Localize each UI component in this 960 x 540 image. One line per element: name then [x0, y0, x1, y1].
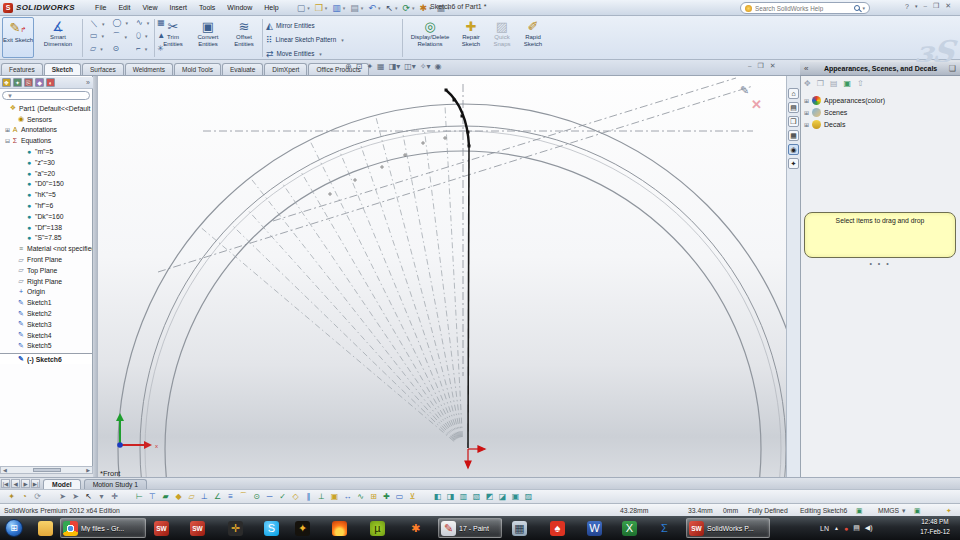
view-tool-icon[interactable]: ◉ [435, 62, 442, 71]
featuremanager-tab-icon[interactable]: ❖ [2, 78, 11, 87]
trim-entities-button[interactable]: ✂ Trim Entities [158, 17, 188, 58]
dropdown-arrow-icon[interactable]: ▾ [412, 5, 415, 11]
ribbon-tab[interactable]: Surfaces [82, 63, 124, 75]
dimxpertmanager-tab-icon[interactable]: ◆ [35, 78, 44, 87]
quick-tool-icon[interactable]: ▥ [332, 2, 341, 14]
configurationmanager-tab-icon[interactable]: ⎘ [24, 78, 33, 87]
feature-tree-item[interactable]: ● "m"=5 [0, 146, 92, 157]
taskbar-app-button[interactable]: ✦ [293, 518, 315, 538]
taskbar-app-button[interactable]: SW [152, 518, 174, 538]
tree-toggle-icon[interactable]: ⊞ [804, 109, 812, 116]
minimize-button[interactable]: ⎯ [923, 2, 927, 10]
relation-tool-icon[interactable]: ⊢ [134, 491, 145, 503]
relation-tool-icon[interactable]: ▣ [510, 491, 521, 503]
relation-tool-icon[interactable]: ⊙ [251, 491, 262, 503]
feature-tree-item[interactable]: ● "z"=30 [0, 157, 92, 168]
relation-tool-icon[interactable]: ▥ [458, 491, 469, 503]
doc-window-control-icon[interactable]: ⎯ [748, 62, 752, 70]
task-pane-tab-icon[interactable]: ⌂ [788, 88, 799, 99]
relation-tool-icon[interactable]: ◇ [290, 491, 301, 503]
sketch-entity-button[interactable]: ◯▾ [109, 18, 132, 31]
tab-nav-arrow-icon[interactable]: ▶ [21, 479, 30, 488]
sketch-entity-button[interactable]: ⌐▾ [132, 44, 153, 57]
appearances-tool-icon[interactable]: ❒ [817, 79, 824, 88]
relation-tool-icon[interactable]: ⊤ [147, 491, 158, 503]
feature-tree-item[interactable]: + Origin [0, 287, 92, 298]
pin-panel-icon[interactable]: ❏ [949, 64, 956, 73]
relation-tool-icon[interactable]: ✚ [381, 491, 392, 503]
relation-tool-icon[interactable]: ─ [264, 491, 275, 503]
ribbon-tab[interactable]: Evaluate [222, 63, 263, 75]
feature-tree-item[interactable]: ≡ Material <not specified> [0, 243, 92, 254]
appearances-tool-icon[interactable]: ⇧ [857, 79, 864, 88]
feature-tree-item[interactable]: ● "Df"=138 [0, 222, 92, 233]
volume-icon[interactable]: ◀) [865, 524, 873, 532]
view-tool-icon[interactable]: ⊡ [356, 62, 363, 71]
relation-tool-icon[interactable]: ↔ [342, 491, 353, 503]
feature-tree-filter-input[interactable]: ▼ [2, 91, 90, 100]
relation-tool-icon[interactable]: ◆ [173, 491, 184, 503]
panel-resize-handle[interactable]: • • • [800, 260, 960, 267]
mirror-entities-button[interactable]: ◭Mirror Entities [266, 19, 315, 32]
dropdown-arrow-icon[interactable]: ▾ [307, 5, 310, 11]
appearances-tree-item[interactable]: ⊞ Appearances(color) [804, 94, 956, 106]
taskbar-app-button[interactable]: ✛ [226, 518, 248, 538]
motion-study-tab[interactable]: Motion Study 1 [84, 479, 147, 489]
dropdown-arrow-icon[interactable]: ▾ [361, 5, 364, 11]
tree-toggle-icon[interactable]: ⊞ [804, 97, 812, 104]
relation-tool-icon[interactable]: ◧ [432, 491, 443, 503]
taskbar-app-button[interactable] [36, 518, 58, 538]
relation-tool-icon[interactable]: ▨ [523, 491, 534, 503]
task-pane-tab-icon[interactable]: ▤ [788, 102, 799, 113]
relation-tool-icon[interactable]: ➤ [57, 491, 68, 503]
quick-tool-icon[interactable]: ▤ [350, 2, 359, 14]
taskbar-app-button[interactable]: ♠ [548, 518, 570, 538]
tab-nav-arrow-icon[interactable]: |◀ [1, 479, 10, 488]
help-search-box[interactable]: ▾ [740, 2, 870, 14]
model-tab[interactable]: Model [43, 479, 81, 489]
taskbar-app-button[interactable]: µ [368, 518, 390, 538]
feature-tree-item[interactable]: ⊞ A Annotations [0, 125, 92, 136]
feature-tree-item[interactable]: ● "D0"=150 [0, 179, 92, 190]
quick-tool-icon[interactable]: ✱ [420, 2, 428, 14]
relation-tool-icon[interactable]: ▧ [471, 491, 482, 503]
relation-tool-icon[interactable]: ⟳ [32, 491, 43, 503]
feature-tree-item[interactable]: ● "hf"=6 [0, 200, 92, 211]
offset-entities-button[interactable]: ≋ Offset Entities [228, 17, 260, 58]
sketch-entity-button[interactable]: ▱▾ [86, 44, 109, 57]
ribbon-tab[interactable]: DimXpert [264, 63, 307, 75]
ribbon-tab[interactable]: Mold Tools [174, 63, 221, 75]
sketch-entity-button[interactable]: ⌒▾ [109, 31, 132, 44]
move-entities-button[interactable]: ⇄Move Entities▾ [266, 47, 322, 60]
sketch-entity-button[interactable]: ⊙ [109, 44, 132, 57]
confirmation-corner-sketch-icon[interactable]: ✎ [740, 84, 749, 97]
start-button[interactable]: ⊞ [3, 518, 25, 538]
relation-tool-icon[interactable]: ▭ [394, 491, 405, 503]
taskbar-app-button[interactable]: ▦ [510, 518, 532, 538]
quick-tool-icon[interactable]: ⟳ [402, 2, 410, 14]
appearances-tree-item[interactable]: ⊞ Decals [804, 118, 956, 130]
view-tool-icon[interactable]: ◫▾ [404, 62, 416, 71]
feature-tree-item[interactable]: ▱ Front Plane [0, 254, 92, 265]
task-pane-tab-icon[interactable]: ❒ [788, 116, 799, 127]
task-pane-tab-icon[interactable]: ◉ [788, 144, 799, 155]
appearances-tool-icon[interactable]: ✥ [804, 79, 811, 88]
relation-tool-icon[interactable]: ◩ [484, 491, 495, 503]
feature-tree-item[interactable]: ✎ Sketch4 [0, 330, 92, 341]
relation-tool-icon[interactable]: ◪ [497, 491, 508, 503]
menu-item[interactable]: Help [258, 0, 284, 15]
sketch-entity-button[interactable]: ⬯▾ [132, 31, 153, 44]
relation-tool-icon[interactable]: ⊥ [199, 491, 210, 503]
gear-sketch-canvas[interactable]: x [98, 76, 786, 477]
feature-tree-item[interactable]: ▱ Top Plane [0, 265, 92, 276]
smart-dimension-button[interactable]: ∡ Smart Dimension [36, 17, 80, 58]
relation-tool-icon[interactable]: ◔ [19, 491, 30, 503]
menu-item[interactable]: Window [221, 0, 258, 15]
search-icon[interactable] [854, 5, 860, 11]
feature-tree-item[interactable]: ⊟ Σ Equations [0, 135, 92, 146]
taskbar-app-button[interactable]: ✎ 17 - Paint [438, 518, 502, 538]
help-status-icon[interactable]: ▣ [914, 507, 920, 515]
relation-tool-icon[interactable]: ⊻ [407, 491, 418, 503]
relation-tool-icon[interactable]: ▱ [186, 491, 197, 503]
tab-nav-arrow-icon[interactable]: ◀ [11, 479, 20, 488]
